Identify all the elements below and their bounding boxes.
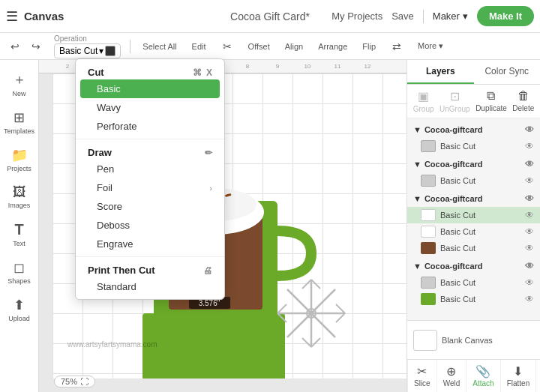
group-button[interactable]: ▣ Group xyxy=(413,89,434,113)
zoom-level: 75% xyxy=(61,377,77,386)
group-header-3[interactable]: ▼ Cocoa-giftcard 👁 xyxy=(407,190,540,207)
eye-icon[interactable]: 👁 xyxy=(525,210,534,220)
eye-icon-g1[interactable]: 👁 xyxy=(525,124,534,135)
sidebar-label-shapes: Shapes xyxy=(8,277,31,285)
edit-icon[interactable]: ✂ xyxy=(218,37,236,55)
layer-label: Basic Cut xyxy=(440,278,476,287)
make-it-button[interactable]: Make It xyxy=(477,6,534,26)
attach-label: Attach xyxy=(472,379,494,388)
maker-dropdown[interactable]: Maker ▾ xyxy=(433,10,468,22)
flatten-button[interactable]: ⬇ Flatten xyxy=(500,360,536,392)
menu-item-deboss[interactable]: Deboss xyxy=(76,216,224,235)
layer-item[interactable]: Basic Cut 👁 xyxy=(407,223,540,240)
flip-button[interactable]: Flip xyxy=(359,40,379,52)
align-button[interactable]: Align xyxy=(282,40,306,52)
layer-item[interactable]: Basic Cut 👁 xyxy=(407,172,540,189)
sidebar-item-upload[interactable]: ⬆ Upload xyxy=(2,292,37,327)
select-all-button[interactable]: Select All xyxy=(140,40,179,52)
sidebar-item-templates[interactable]: ⊞ Templates xyxy=(2,105,37,139)
arrange-button[interactable]: Arrange xyxy=(315,40,350,52)
slice-icon: ✂ xyxy=(417,364,427,379)
layer-item[interactable]: Basic Cut 👁 xyxy=(407,138,540,154)
group-name-1: Cocoa-giftcard xyxy=(424,125,483,134)
print-label: Print Then Cut xyxy=(88,265,155,276)
zoom-badge[interactable]: 75% ⛶ xyxy=(54,376,95,388)
sidebar-item-shapes[interactable]: ◻ Shapes xyxy=(2,255,37,289)
new-icon: ＋ xyxy=(13,70,26,88)
panel-bottom-bar: Blank Canvas xyxy=(407,320,540,359)
group-chevron-icon: ▼ xyxy=(413,125,422,134)
delete-button[interactable]: 🗑 Delete xyxy=(512,89,534,113)
group-header-1[interactable]: ▼ Cocoa-giftcard 👁 xyxy=(407,121,540,138)
sidebar-item-images[interactable]: 🖼 Images xyxy=(2,180,37,214)
weld-button[interactable]: ⊕ Weld xyxy=(436,360,466,392)
menu-item-foil[interactable]: Foil › xyxy=(76,178,224,197)
more-button[interactable]: More ▾ xyxy=(415,40,446,52)
group-label: Group xyxy=(413,105,434,113)
print-section-header: Print Then Cut 🖨 xyxy=(76,260,224,277)
divider-print xyxy=(76,256,224,257)
layer-item-selected[interactable]: Basic Cut 👁 xyxy=(407,207,540,223)
group-header-4[interactable]: ▼ Cocoa-giftcard 👁 xyxy=(407,258,540,274)
eye-icon[interactable]: 👁 xyxy=(525,226,534,237)
attach-icon: 📎 xyxy=(476,364,490,379)
sidebar-label-projects: Projects xyxy=(7,165,32,172)
flip-icon[interactable]: ⇄ xyxy=(388,37,406,55)
contour-button[interactable]: ◎ Contour xyxy=(536,360,540,392)
watermark: www.artsyfartsymama.com xyxy=(68,340,157,349)
blank-canvas-label: Blank Canvas xyxy=(442,336,493,345)
duplicate-button[interactable]: ⧉ Duplicate xyxy=(476,89,507,113)
tab-layers[interactable]: Layers xyxy=(407,60,474,84)
group-header-2[interactable]: ▼ Cocoa-giftcard 👁 xyxy=(407,156,540,172)
draw-label: Draw xyxy=(88,147,112,158)
sidebar-label-new: New xyxy=(12,90,26,97)
offset-button[interactable]: Offset xyxy=(245,40,273,52)
menu-item-score[interactable]: Score xyxy=(76,197,224,216)
basic-label: Basic xyxy=(97,83,121,94)
save-button[interactable]: Save xyxy=(392,10,414,22)
redo-button[interactable]: ↪ xyxy=(27,37,45,55)
operation-dropdown[interactable]: Basic Cut ▾ xyxy=(54,43,121,58)
weld-icon: ⊕ xyxy=(446,364,456,379)
weld-label: Weld xyxy=(443,379,460,388)
ungroup-button[interactable]: ⊡ UnGroup xyxy=(440,89,470,113)
slice-button[interactable]: ✂ Slice xyxy=(407,360,436,392)
menu-item-basic[interactable]: Basic xyxy=(80,79,220,98)
menu-item-wavy[interactable]: Wavy xyxy=(76,98,224,117)
undo-button[interactable]: ↩ xyxy=(6,37,24,55)
ungroup-icon: ⊡ xyxy=(450,89,460,103)
layer-item[interactable]: Basic Cut 👁 xyxy=(407,240,540,256)
layer-label: Basic Cut xyxy=(440,295,476,304)
eye-icon-g2[interactable]: 👁 xyxy=(525,159,534,169)
sidebar-item-text[interactable]: T Text xyxy=(2,217,37,252)
menu-item-standard[interactable]: Standard xyxy=(76,277,224,296)
print-icon: 🖨 xyxy=(203,265,212,276)
layer-item[interactable]: Basic Cut 👁 xyxy=(407,274,540,291)
eye-icon-g4[interactable]: 👁 xyxy=(525,261,534,271)
eye-icon[interactable]: 👁 xyxy=(525,175,534,186)
operation-value: Basic Cut xyxy=(59,46,98,56)
eye-icon-g3[interactable]: 👁 xyxy=(525,193,534,204)
foil-arrow-icon: › xyxy=(209,184,212,193)
eye-icon[interactable]: 👁 xyxy=(525,243,534,253)
tab-color-sync[interactable]: Color Sync xyxy=(474,60,541,84)
menu-icon[interactable]: ☰ xyxy=(6,8,18,25)
eye-icon[interactable]: 👁 xyxy=(525,294,534,304)
eye-icon[interactable]: 👁 xyxy=(525,141,534,151)
operation-label: Operation xyxy=(54,34,121,43)
menu-item-pen[interactable]: Pen xyxy=(76,160,224,178)
blank-canvas-item[interactable]: Blank Canvas xyxy=(407,325,540,355)
group-chevron-icon-2: ▼ xyxy=(413,160,422,169)
wavy-label: Wavy xyxy=(97,102,121,113)
eye-icon[interactable]: 👁 xyxy=(525,277,534,288)
menu-item-perforate[interactable]: Perforate xyxy=(76,117,224,136)
layer-label: Basic Cut xyxy=(440,142,476,151)
sidebar-item-new[interactable]: ＋ New xyxy=(2,66,37,102)
sidebar-item-projects[interactable]: 📁 Projects xyxy=(2,142,37,177)
edit-button[interactable]: Edit xyxy=(189,40,209,52)
my-projects-link[interactable]: My Projects xyxy=(332,10,382,22)
layer-item[interactable]: Basic Cut 👁 xyxy=(407,291,540,307)
menu-item-engrave[interactable]: Engrave xyxy=(76,235,224,253)
attach-button[interactable]: 📎 Attach xyxy=(466,360,500,392)
svg-line-14 xyxy=(302,280,311,289)
